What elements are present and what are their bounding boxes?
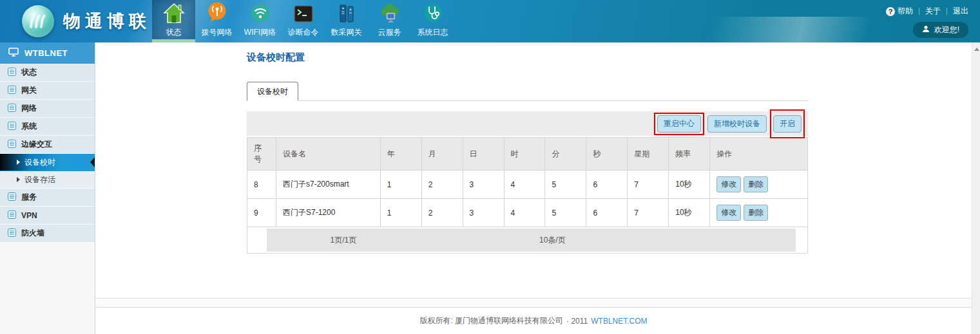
nav-label: 云服务 xyxy=(378,27,401,38)
cell-second: 6 xyxy=(586,199,628,227)
logout-link[interactable]: 退出 xyxy=(953,6,968,17)
quick-links: ? 帮助 关于 退出 xyxy=(886,6,968,17)
col-header-frequency: 频率 xyxy=(669,138,710,171)
sidebar-item-network[interactable]: 网络 xyxy=(0,100,95,118)
nav-label: WIFI网络 xyxy=(244,27,276,38)
nav-label: 状态 xyxy=(166,27,182,38)
nav-item-status[interactable]: 状态 xyxy=(152,0,195,42)
enable-button[interactable]: 开启 xyxy=(773,115,802,133)
footer-divider-strip xyxy=(95,298,972,308)
sidebar-header: WTBLNET xyxy=(0,42,95,64)
about-link[interactable]: 关于 xyxy=(925,6,941,17)
brand-sphere-icon xyxy=(22,5,54,37)
sidebar-item-firewall[interactable]: 防火墙 xyxy=(0,225,95,243)
table-header-row: 序号 设备名 年 月 日 时 分 秒 星期 频率 操作 xyxy=(247,138,808,171)
pagination-row: 1页/1页 10条/页 xyxy=(247,227,808,254)
footer: 版权所有: 厦门物通博联网络科技有限公司 · 2011 WTBLNET.COM xyxy=(95,308,972,334)
user-area: ? 帮助 关于 退出 欢迎您! xyxy=(886,0,980,42)
sidebar-item-gateway[interactable]: 网关 xyxy=(0,82,95,100)
nav-item-dialup-network[interactable]: 拨号网络 xyxy=(195,0,238,42)
sidebar-item-vpn[interactable]: VPN xyxy=(0,207,95,225)
col-header-hour: 时 xyxy=(504,138,545,171)
table-row: 9 西门子S7-1200 1 2 3 4 5 6 7 10秒 修改删除 xyxy=(247,199,808,227)
page-count-text: 1页/1页 xyxy=(331,228,357,252)
list-icon xyxy=(8,192,16,203)
nav-label: 诊断命令 xyxy=(288,27,319,38)
list-icon xyxy=(8,104,16,114)
top-header-bar: 物通博联 状态 xyxy=(0,0,980,42)
sidebar-item-device-alive[interactable]: 设备存活 xyxy=(0,171,95,189)
cell-month: 2 xyxy=(421,171,463,199)
dialup-network-icon xyxy=(206,1,228,24)
welcome-badge[interactable]: 欢迎您! xyxy=(913,22,968,38)
home-icon xyxy=(163,1,185,24)
pagination-bar[interactable]: 1页/1页 10条/页 xyxy=(267,228,796,252)
sidebar: WTBLNET 状态 网关 网络 系统 边缘交互 设备校时 设备存活 xyxy=(0,42,95,334)
col-header-device: 设备名 xyxy=(276,138,380,171)
system-log-icon xyxy=(422,1,444,24)
edit-button[interactable]: 修改 xyxy=(716,205,741,221)
content-area: 设备校时配置 设备校时 重启中心 新增校时设备 开启 xyxy=(95,42,972,298)
sidebar-item-edge-interaction[interactable]: 边缘交互 xyxy=(0,136,95,154)
welcome-text: 欢迎您! xyxy=(934,24,959,35)
brand-name: 物通博联 xyxy=(63,10,151,33)
nav-label: 拨号网络 xyxy=(202,27,233,38)
cell-index: 8 xyxy=(247,171,276,199)
cloud-service-icon xyxy=(378,1,401,24)
add-timing-device-button[interactable]: 新增校时设备 xyxy=(707,115,767,133)
cell-year: 1 xyxy=(380,199,421,227)
list-icon xyxy=(8,86,16,96)
nav-item-system-log[interactable]: 系统日志 xyxy=(411,0,454,42)
delete-button[interactable]: 删除 xyxy=(744,176,768,192)
data-gateway-icon xyxy=(336,1,358,24)
cell-weekday: 7 xyxy=(628,171,669,199)
cell-day: 3 xyxy=(463,171,504,199)
cell-device-name: 西门子s7-200smart xyxy=(276,171,380,199)
scroll-up-icon[interactable] xyxy=(974,48,979,51)
copyright-year: · 2011 xyxy=(566,317,588,326)
divider xyxy=(946,8,947,15)
per-page-text: 10条/页 xyxy=(539,228,566,252)
cell-device-name: 西门子S7-1200 xyxy=(276,199,380,227)
list-icon xyxy=(8,228,16,239)
brand-logo: 物通博联 xyxy=(0,0,152,42)
col-header-actions: 操作 xyxy=(710,138,808,171)
reboot-center-button[interactable]: 重启中心 xyxy=(657,115,701,133)
col-header-year: 年 xyxy=(380,138,421,171)
device-timing-table: 序号 设备名 年 月 日 时 分 秒 星期 频率 操作 xyxy=(247,137,808,254)
nav-item-data-gateway[interactable]: 数采网关 xyxy=(325,0,368,42)
cell-actions: 修改删除 xyxy=(710,171,808,199)
cell-year: 1 xyxy=(380,171,421,199)
delete-button[interactable]: 删除 xyxy=(744,205,768,221)
list-icon xyxy=(8,122,16,132)
list-icon xyxy=(8,68,16,78)
cell-month: 2 xyxy=(421,199,463,227)
user-icon xyxy=(922,25,930,35)
cell-index: 9 xyxy=(247,199,276,227)
sidebar-item-status[interactable]: 状态 xyxy=(0,64,95,82)
list-icon xyxy=(8,210,16,221)
cell-second: 6 xyxy=(586,171,628,199)
annotation-box-reboot-center: 重启中心 xyxy=(654,113,704,135)
help-icon: ? xyxy=(886,7,895,16)
sidebar-item-service[interactable]: 服务 xyxy=(0,189,95,207)
nav-label: 数采网关 xyxy=(331,27,362,38)
tab-device-timing[interactable]: 设备校时 xyxy=(247,82,298,101)
help-link[interactable]: ? 帮助 xyxy=(886,6,913,17)
nav-item-wifi-network[interactable]: WIFI网络 xyxy=(238,0,282,42)
top-navigation: 状态 拨号网络 xyxy=(152,0,454,42)
sidebar-item-system[interactable]: 系统 xyxy=(0,118,95,136)
cell-hour: 4 xyxy=(504,171,545,199)
cell-weekday: 7 xyxy=(628,199,669,227)
col-header-index: 序号 xyxy=(247,138,276,171)
sidebar-item-device-timing[interactable]: 设备校时 xyxy=(0,154,95,171)
cell-actions: 修改删除 xyxy=(710,199,808,227)
tab-bar: 设备校时 xyxy=(247,84,808,101)
nav-item-diagnostic-command[interactable]: 诊断命令 xyxy=(282,0,325,42)
edit-button[interactable]: 修改 xyxy=(716,176,741,192)
copyright-text: 版权所有: 厦门物通博联网络科技有限公司 xyxy=(419,315,563,326)
site-link[interactable]: WTBLNET.COM xyxy=(591,317,647,326)
nav-label: 系统日志 xyxy=(418,27,448,38)
nav-item-cloud-service[interactable]: 云服务 xyxy=(368,0,411,42)
scrollbar-track[interactable] xyxy=(972,42,980,334)
